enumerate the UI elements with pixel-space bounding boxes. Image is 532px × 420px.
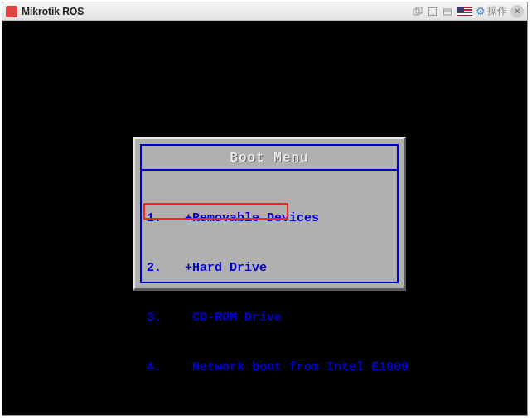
us-flag-icon[interactable] [457,7,472,16]
boot-menu-title: Boot Menu [142,146,397,169]
boot-item-label: +Hard Drive [185,261,267,275]
boot-item-label: Network boot from Intel E1000 [185,360,409,374]
maximize-icon[interactable] [426,6,439,17]
svg-rect-3 [444,9,452,15]
enter-setup[interactable]: <Enter Setup> [147,409,392,420]
boot-menu-panel: Boot Menu 1.+Removable Devices 2.+Hard D… [133,137,406,291]
boot-menu-list: 1.+Removable Devices 2.+Hard Drive 3. CD… [142,171,397,420]
boot-item-removable[interactable]: 1.+Removable Devices [147,210,392,227]
boot-item-network[interactable]: 4. Network boot from Intel E1000 [147,360,392,376]
popout-icon[interactable] [411,6,424,17]
boot-menu-frame: Boot Menu 1.+Removable Devices 2.+Hard D… [140,144,399,283]
close-icon[interactable]: ✕ [510,5,524,18]
titlebar: Mikrotik ROS ⚙ 操作 ✕ [2,2,527,21]
vm-console-window: Mikrotik ROS ⚙ 操作 ✕ Boot Menu 1.+Removab… [2,2,528,416]
window-icon[interactable] [441,6,454,17]
boot-item-label: +Removable Devices [185,211,319,225]
app-icon [6,6,17,17]
gear-icon[interactable]: ⚙ [476,5,486,17]
boot-item-label: CD-ROM Drive [185,311,282,325]
boot-item-harddrive[interactable]: 2.+Hard Drive [147,260,392,277]
svg-rect-2 [429,7,437,15]
window-title: Mikrotik ROS [22,6,84,17]
console-viewport[interactable]: Boot Menu 1.+Removable Devices 2.+Hard D… [2,21,527,415]
operations-label[interactable]: 操作 [487,4,507,18]
boot-item-cdrom[interactable]: 3. CD-ROM Drive [147,310,392,326]
